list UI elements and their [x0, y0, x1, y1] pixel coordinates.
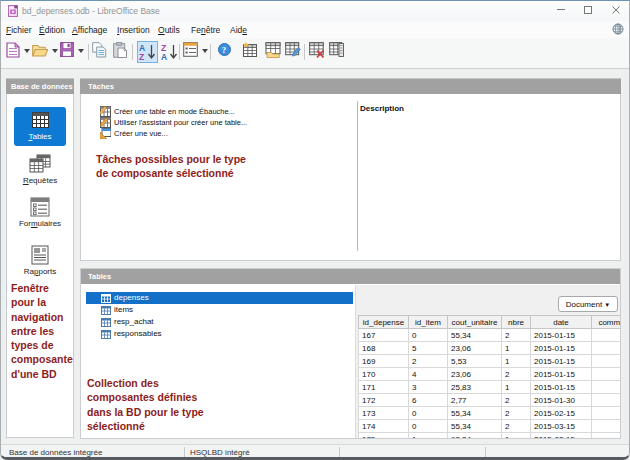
svg-text:Z: Z — [139, 52, 144, 61]
svg-text:A: A — [161, 52, 167, 61]
svg-text:?: ? — [222, 45, 227, 55]
